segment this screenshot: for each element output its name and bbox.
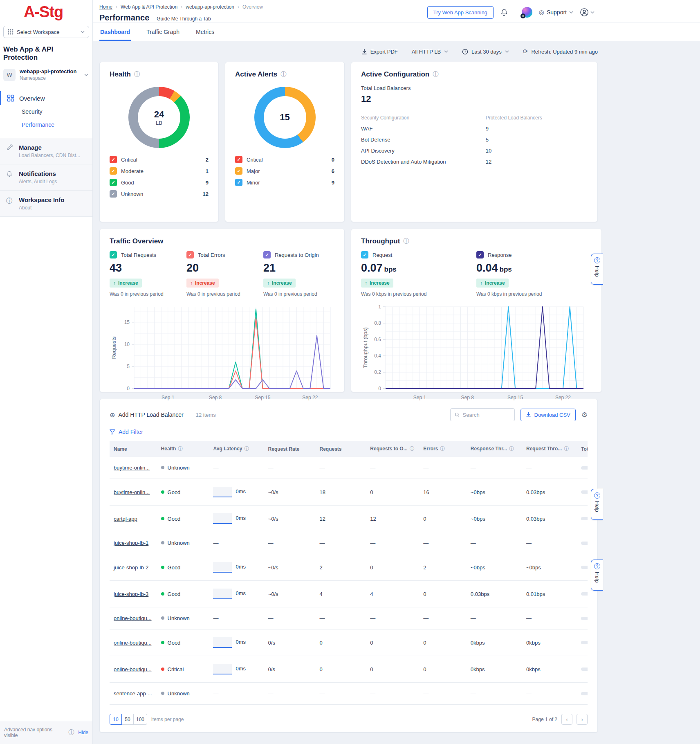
legend-checkbox[interactable]: ✓ (110, 156, 117, 163)
legend-item-good[interactable]: ✓Good9 (110, 177, 209, 188)
avatar[interactable]: 8 (522, 7, 532, 18)
requests-to-origin-cell: 12 (366, 506, 419, 532)
wrench-icon (6, 144, 13, 158)
support-menu[interactable]: ◎ Support (539, 9, 573, 16)
svg-text:Sep 8: Sep 8 (209, 395, 222, 400)
try-web-app-scanning-button[interactable]: Try Web App Scanning (427, 6, 494, 19)
legend-item-minor[interactable]: ✓Minor9 (235, 177, 334, 188)
lb-name-link[interactable]: cartql-app (114, 516, 137, 522)
bell-icon[interactable] (500, 8, 508, 16)
column-header-request-thro[interactable]: Request Thro...ⓘ (522, 441, 577, 457)
lb-name-link[interactable]: online-boutiqu... (114, 666, 152, 672)
refresh-button[interactable]: ⟳ Refresh: Updated 9 min ago (523, 48, 598, 55)
lb-name-link[interactable]: juice-shop-lb-3 (114, 591, 148, 597)
legend-checkbox[interactable]: ✓ (110, 179, 117, 186)
tab-traffic-graph[interactable]: Traffic Graph (146, 23, 180, 41)
lb-name-link[interactable]: online-boutiqu... (114, 615, 152, 621)
export-pdf-button[interactable]: Export PDF (361, 49, 398, 55)
page-size-100[interactable]: 100 (133, 714, 147, 725)
legend-item-unknown[interactable]: ✓Unknown12 (110, 188, 209, 200)
series-checkbox[interactable]: ✓ (186, 251, 194, 258)
next-page-button[interactable]: › (577, 714, 588, 725)
page-size-10[interactable]: 10 (110, 714, 122, 725)
tab-metrics[interactable]: Metrics (195, 23, 215, 41)
series-checkbox[interactable]: ✓ (361, 251, 368, 258)
hide-link[interactable]: Hide (78, 730, 88, 735)
legend-item-moderate[interactable]: ✓Moderate1 (110, 165, 209, 177)
add-http-lb-button[interactable]: ⊕ Add HTTP Load Balancer (110, 411, 184, 419)
column-header-errors[interactable]: Errorsⓘ (419, 441, 467, 457)
info-icon[interactable]: ⓘ (410, 446, 415, 452)
column-header-total-ale[interactable]: Total Ale... (577, 441, 588, 457)
sidebar-item-overview[interactable]: Overview (0, 91, 92, 105)
latency-sparkline (213, 487, 232, 497)
column-header-avg-latency[interactable]: Avg Latencyⓘ (209, 441, 264, 457)
lb-name-link[interactable]: sentence-app-... (114, 690, 152, 697)
guide-me-link[interactable]: Guide Me Through a Tab (157, 16, 211, 22)
series-checkbox[interactable]: ✓ (476, 251, 484, 258)
lb-filter-dropdown[interactable]: All HTTP LB (412, 49, 448, 55)
column-header-request-rate[interactable]: Request Rate (264, 441, 316, 457)
info-icon[interactable]: ⓘ (280, 71, 286, 78)
info-icon[interactable]: ⓘ (178, 446, 183, 452)
column-header-name[interactable]: Name (110, 441, 157, 457)
lb-name-link[interactable]: online-boutiqu... (114, 640, 152, 646)
info-icon[interactable]: ⓘ (244, 446, 249, 452)
legend-checkbox[interactable]: ✓ (235, 179, 242, 186)
tab-dashboard[interactable]: Dashboard (99, 23, 131, 41)
stat-total-requests: ✓Total Requests43↑IncreaseWas 0 in previ… (110, 251, 186, 297)
stat-note: Was 0 kbps in previous period (476, 291, 592, 297)
legend-item-critical[interactable]: ✓Critical0 (235, 154, 334, 165)
column-header-requests-to-o[interactable]: Requests to O...ⓘ (366, 441, 419, 457)
legend-checkbox[interactable]: ✓ (235, 156, 242, 163)
info-icon: ⓘ (6, 196, 13, 211)
help-tab[interactable]: ? Help (591, 489, 603, 520)
column-header-requests[interactable]: Requests (315, 441, 366, 457)
info-icon[interactable]: ⓘ (440, 446, 445, 452)
add-filter-button[interactable]: Add Filter (110, 429, 588, 435)
health-cell: Good (157, 554, 209, 581)
help-tab[interactable]: ? Help (591, 254, 603, 285)
page-size-50[interactable]: 50 (121, 714, 134, 725)
column-header-response-thr[interactable]: Response Thr...ⓘ (467, 441, 522, 457)
traffic-stats: ✓Total Requests43↑IncreaseWas 0 in previ… (110, 251, 334, 297)
namespace-selector[interactable]: W webapp-api-protection Namespace (0, 66, 92, 87)
lb-name-link[interactable]: buytime-onlin... (114, 489, 150, 495)
stat-requests-to-origin: ✓Requests to Origin21↑IncreaseWas 0 in p… (263, 251, 340, 297)
help-tab[interactable]: ? Help (591, 560, 603, 591)
download-csv-button[interactable]: Download CSV (521, 409, 576, 421)
page-title: Performance (99, 13, 149, 22)
workspace-selector[interactable]: Select Workspace (3, 26, 89, 38)
legend-checkbox[interactable]: ✓ (235, 167, 242, 175)
account-menu[interactable] (580, 8, 595, 17)
svg-text:Sep 22: Sep 22 (555, 395, 571, 400)
sidebar-item-security[interactable]: Security (0, 105, 92, 118)
time-range-dropdown[interactable]: Last 30 days (462, 49, 509, 55)
legend-checkbox[interactable]: ✓ (110, 167, 117, 175)
gear-icon[interactable]: ⚙ (581, 411, 588, 419)
column-header-health[interactable]: Healthⓘ (157, 441, 209, 457)
table-row: buytime-onlin...Good0ms~0/s18016~0bps0.0… (110, 479, 588, 506)
info-icon[interactable]: ⓘ (134, 71, 140, 78)
legend-item-critical[interactable]: ✓Critical2 (110, 154, 209, 165)
legend-checkbox[interactable]: ✓ (110, 190, 117, 198)
info-icon[interactable]: ⓘ (509, 446, 514, 452)
lb-name-link[interactable]: juice-shop-lb-1 (114, 540, 148, 546)
sidebar-item-manage[interactable]: Manage Load Balancers, CDN Dist... (0, 138, 92, 164)
breadcrumb-item[interactable]: Home (99, 4, 112, 10)
prev-page-button[interactable]: ‹ (561, 714, 572, 725)
sidebar-item-workspace-info[interactable]: ⓘ Workspace Info About (0, 191, 92, 217)
info-icon[interactable]: ⓘ (433, 71, 438, 78)
series-checkbox[interactable]: ✓ (263, 251, 271, 258)
search-input[interactable] (463, 412, 510, 418)
info-icon[interactable]: ⓘ (403, 238, 409, 245)
legend-item-major[interactable]: ✓Major6 (235, 165, 334, 177)
sidebar-item-notifications[interactable]: Notifications Alerts, Audit Logs (0, 164, 92, 191)
lb-name-link[interactable]: buytime-onlin... (114, 465, 150, 471)
lb-name-link[interactable]: juice-shop-lb-2 (114, 564, 148, 571)
breadcrumb-item[interactable]: webapp-api-protection (186, 4, 234, 10)
breadcrumb-item[interactable]: Web App & API Protection (121, 4, 177, 10)
sidebar-item-performance[interactable]: Performance (0, 118, 92, 131)
series-checkbox[interactable]: ✓ (110, 251, 117, 258)
info-icon[interactable]: ⓘ (564, 446, 569, 452)
